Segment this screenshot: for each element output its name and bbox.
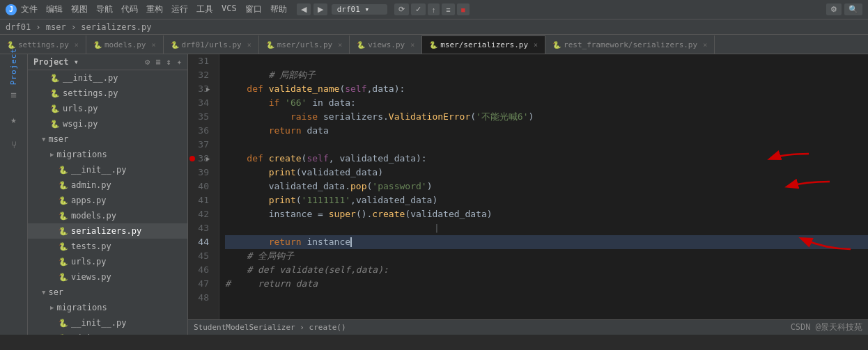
file-wsgi[interactable]: 🐍 wsgi.py [28, 116, 187, 132]
indent-41 [225, 193, 269, 207]
py-file-icon: 🐍 [59, 319, 68, 328]
file-mser-init-label: __init__.py [71, 165, 126, 175]
comment-32: # 局部钩子 [225, 68, 316, 82]
line-34: 34 [188, 96, 213, 110]
code-line-31 [225, 54, 868, 68]
file-mser-apps-label: apps.py [71, 196, 107, 205]
dot-35: . [383, 110, 389, 124]
menu-code[interactable]: 代码 [121, 3, 138, 15]
forward-button[interactable]: ▶ [313, 3, 327, 15]
tab-drf01-urls[interactable]: 🐍 drf01/urls.py × [164, 35, 259, 54]
code-line-47: # return data [225, 277, 868, 291]
file-mser-serializers-label: serializers.py [71, 226, 141, 236]
breadcrumb-bar: drf01 › mser › serializers.py [0, 19, 868, 35]
stop-button[interactable]: ■ [457, 3, 470, 15]
menu-window[interactable]: 窗口 [245, 3, 262, 15]
settings-button[interactable]: ⚙ [826, 3, 842, 15]
menu-view[interactable]: 视图 [71, 3, 88, 15]
file-mser-tests[interactable]: 🐍 tests.py [28, 239, 187, 254]
code-line-42: instance = super().create(validated_data… [225, 207, 868, 221]
commit-icon[interactable]: ⑂ [4, 135, 24, 154]
menu-bar[interactable]: 文件 编辑 视图 导航 代码 重构 运行 工具 VCS 窗口 帮助 [21, 3, 287, 15]
paren-40: ( [367, 180, 373, 193]
line-numbers: 31 32 33 ▶ 34 35 36 37 38 ▶ 39 40 41 42 [188, 54, 219, 319]
file-mser-tests-label: tests.py [71, 241, 111, 251]
project-icon[interactable]: Project [8, 57, 20, 77]
file-init[interactable]: 🐍 __init__.py [28, 70, 187, 86]
self-33: self [345, 82, 366, 96]
fold-arrow-33[interactable]: ▶ [206, 82, 210, 96]
file-mser-init[interactable]: 🐍 __init__.py [28, 162, 187, 177]
tab-drf01-urls-close[interactable]: × [247, 41, 251, 49]
py-file-icon-active: 🐍 [59, 227, 68, 236]
menu-refactor[interactable]: 重构 [146, 3, 163, 15]
back-button[interactable]: ◀ [297, 3, 311, 15]
menu-tools[interactable]: 工具 [196, 3, 213, 15]
file-ser-admin-label: admin.py [71, 333, 111, 335]
vcs-push[interactable]: ↑ [428, 3, 440, 15]
vcs-commit[interactable]: ✓ [411, 3, 426, 15]
tab-mser-serializers[interactable]: 🐍 mser/serializers.py × [422, 35, 545, 54]
dot-42: . [367, 207, 373, 221]
file-mser-serializers[interactable]: 🐍 serializers.py [28, 223, 187, 239]
tab-settings-label: settings.py [18, 40, 69, 49]
structure-icon[interactable]: ≡ [4, 85, 24, 104]
tab-rf-serializers[interactable]: 🐍 rest_framework/serializers.py × [545, 35, 715, 54]
breakpoint-38[interactable] [189, 156, 195, 161]
sidebar-gear-icon[interactable]: ✦ [177, 57, 182, 67]
tab-views-close[interactable]: × [410, 41, 414, 49]
sidebar-collapse-icon[interactable]: ↕ [166, 57, 171, 67]
sidebar-expand-icon[interactable]: ≡ [155, 57, 160, 67]
in-34: in [307, 96, 328, 110]
code-line-44: return instance [225, 235, 868, 249]
folder-migrations[interactable]: ▶ migrations [28, 147, 187, 162]
tab-models-close[interactable]: × [152, 41, 156, 49]
folder-ser-migrations[interactable]: ▶ migrations [28, 300, 187, 315]
file-mser-models[interactable]: 🐍 models.py [28, 208, 187, 223]
py-file-icon: 🐍 [59, 334, 68, 335]
folder-migrations-arrow: ▶ [50, 151, 54, 158]
sidebar-actions: ⚙ ≡ ↕ ✦ [145, 57, 182, 67]
tab-mser-serializers-close[interactable]: × [534, 41, 538, 49]
file-mser-urls[interactable]: 🐍 urls.py [28, 254, 187, 269]
favorites-icon[interactable]: ★ [4, 110, 24, 129]
status-left: StudentModelSerializer › create() [194, 323, 346, 332]
tab-views[interactable]: 🐍 views.py × [350, 35, 422, 54]
menu-edit[interactable]: 编辑 [46, 3, 63, 15]
fn-validate-name: validate_name [269, 82, 340, 96]
menu-run[interactable]: 运行 [171, 3, 188, 15]
file-ser-admin[interactable]: 🐍 admin.py [28, 331, 187, 335]
code-editor[interactable]: 31 32 33 ▶ 34 35 36 37 38 ▶ 39 40 41 42 [188, 54, 868, 335]
folder-mser-label: mser [48, 134, 68, 144]
file-mser-admin[interactable]: 🐍 admin.py [28, 177, 187, 193]
folder-ser[interactable]: ▼ ser [28, 285, 187, 300]
indent-34 [225, 96, 269, 110]
search-button[interactable]: 🔍 [844, 3, 862, 15]
folder-mser[interactable]: ▼ mser [28, 132, 187, 147]
code-line-38: def create(self, validated_data): [225, 152, 868, 166]
file-mser-views[interactable]: 🐍 views.py [28, 269, 187, 285]
sidebar: Project ▾ ⚙ ≡ ↕ ✦ 🐍 __init__.py 🐍 settin… [28, 54, 188, 335]
indent-44 [225, 235, 269, 249]
tab-settings-close[interactable]: × [75, 41, 79, 49]
vcs-history[interactable]: ≡ [442, 3, 454, 15]
tab-mser-urls[interactable]: 🐍 mser/urls.py × [259, 35, 350, 54]
menu-help[interactable]: 帮助 [270, 3, 287, 15]
tab-models[interactable]: 🐍 models.py × [86, 35, 164, 54]
file-mser-apps[interactable]: 🐍 apps.py [28, 193, 187, 208]
paren-close-33: ): [394, 82, 405, 96]
sidebar-settings-icon[interactable]: ⚙ [145, 57, 150, 67]
fold-arrow-38[interactable]: ▶ [206, 152, 210, 166]
vcs-update[interactable]: ⟳ [394, 3, 409, 15]
kw-raise-35: raise [290, 110, 323, 124]
menu-file[interactable]: 文件 [21, 3, 38, 15]
menu-vcs[interactable]: VCS [222, 3, 237, 15]
tab-rf-serializers-close[interactable]: × [703, 41, 707, 49]
data-34: data [329, 96, 350, 110]
file-urls[interactable]: 🐍 urls.py [28, 101, 187, 116]
file-settings[interactable]: 🐍 settings.py [28, 86, 187, 101]
menu-navigate[interactable]: 导航 [96, 3, 113, 15]
tab-mser-urls-close[interactable]: × [338, 41, 342, 49]
colon-34: : [350, 96, 356, 110]
file-ser-init[interactable]: 🐍 __init__.py [28, 315, 187, 331]
